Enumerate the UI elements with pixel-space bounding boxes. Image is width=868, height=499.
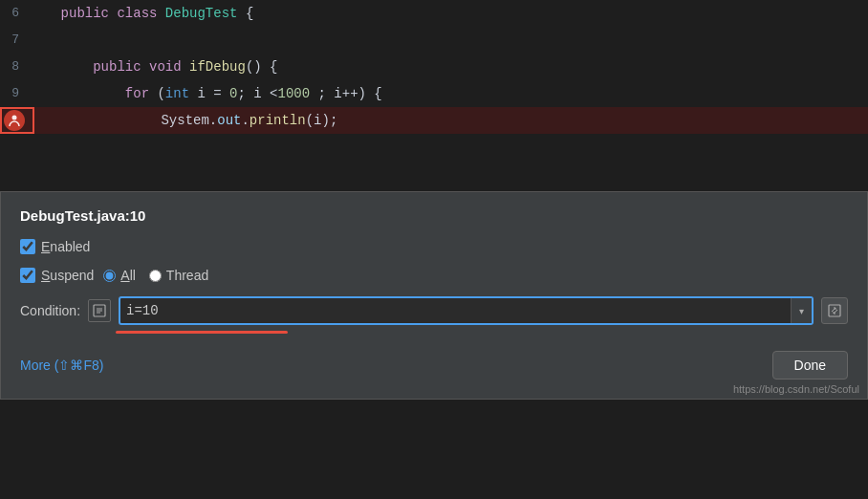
breakpoint-marker[interactable] xyxy=(4,110,25,131)
all-radio[interactable] xyxy=(103,270,116,282)
code-line-8: 8 public void ifDebug() { xyxy=(0,54,868,80)
more-link[interactable]: More (⇧⌘F8) xyxy=(20,358,103,373)
condition-input[interactable] xyxy=(120,298,791,323)
suspend-row: Suspend All Thread xyxy=(20,268,848,283)
line-number-8: 8 xyxy=(0,54,29,80)
all-radio-label[interactable]: All xyxy=(103,268,136,283)
condition-error-underline xyxy=(116,331,288,334)
code-text-8: public void ifDebug() { xyxy=(29,54,277,80)
breakpoint-dialog: DebugTest.java:10 Enabled Suspend All Th… xyxy=(0,191,868,400)
line-number-6: 6 xyxy=(0,0,29,27)
condition-expand-button[interactable] xyxy=(821,297,848,324)
code-line-6: 6 public class DebugTest { xyxy=(0,0,868,27)
enabled-label: Enabled xyxy=(41,239,90,254)
code-text-9: for (int i = 0; i <1000 ; i++) { xyxy=(29,80,382,107)
line-number-9: 9 xyxy=(0,80,29,107)
condition-icon-button[interactable] xyxy=(88,299,111,322)
all-label: All xyxy=(120,268,136,283)
suspend-checkbox[interactable] xyxy=(20,268,35,283)
code-line-7: 7 xyxy=(0,27,868,54)
svg-rect-5 xyxy=(829,305,840,316)
condition-label: Condition: xyxy=(20,303,80,318)
suspend-checkbox-label[interactable]: Suspend xyxy=(20,268,94,283)
svg-point-0 xyxy=(12,116,17,120)
enabled-checkbox[interactable] xyxy=(20,239,35,254)
thread-radio[interactable] xyxy=(149,270,162,282)
enabled-row: Enabled xyxy=(20,239,848,254)
code-editor: 6 public class DebugTest { 7 8 public vo… xyxy=(0,0,868,191)
code-text-6: public class DebugTest { xyxy=(29,0,253,27)
done-button[interactable]: Done xyxy=(772,351,848,380)
dialog-title: DebugTest.java:10 xyxy=(20,207,848,224)
suspend-radio-group: All Thread xyxy=(103,268,208,283)
condition-row: Condition: ▾ xyxy=(20,296,848,325)
thread-label: Thread xyxy=(166,268,208,283)
code-text-10: System.out.println(i); xyxy=(33,107,337,134)
thread-radio-label[interactable]: Thread xyxy=(149,268,208,283)
condition-input-wrapper: ▾ xyxy=(119,296,814,325)
condition-dropdown-button[interactable]: ▾ xyxy=(791,298,812,323)
code-line-9: 9 for (int i = 0; i <1000 ; i++) { xyxy=(0,80,868,107)
code-line-10: 0 System.out.println(i); xyxy=(0,107,868,134)
enabled-checkbox-label[interactable]: Enabled xyxy=(20,239,90,254)
suspend-label: Suspend xyxy=(41,268,94,283)
line-number-7: 7 xyxy=(0,27,29,54)
watermark: https://blog.csdn.net/Scoful xyxy=(733,383,859,395)
dialog-footer: More (⇧⌘F8) Done xyxy=(20,351,848,380)
